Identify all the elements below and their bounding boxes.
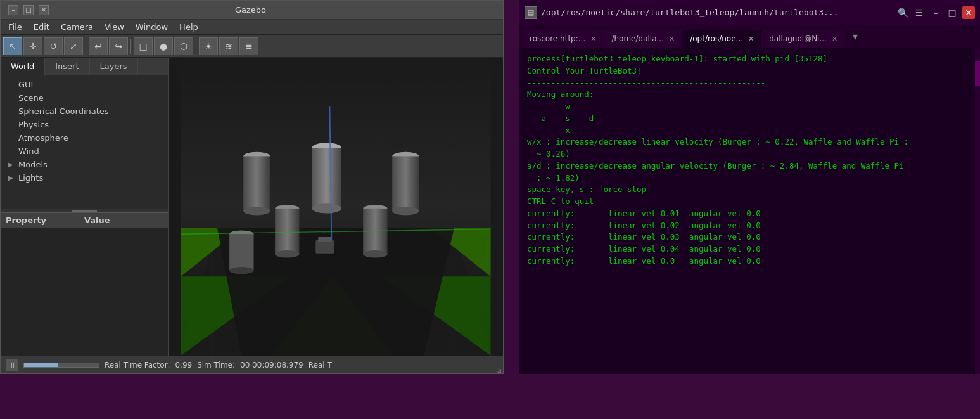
panel-tabs: World Insert Layers [1,58,168,75]
terminal-line-21: currently: linear vel 0.04 angular vel 0… [527,243,972,255]
menu-edit[interactable]: Edit [29,21,54,33]
tab-layers[interactable]: Layers [90,58,138,75]
terminal-line-9: w/x : increase/decrease linear velocity … [527,136,972,148]
lights-label: Lights [18,173,43,183]
redo-button[interactable]: ↪ [109,37,128,55]
terminal-line-4: Moving around: [527,89,972,101]
tree-item-models[interactable]: ▶ Models [1,158,168,171]
terminal-line-5: w [527,101,972,113]
tree-item-physics[interactable]: Physics [1,118,168,131]
tab-world[interactable]: World [1,58,45,75]
box-insert-button[interactable]: □ [134,37,153,55]
progress-bar [23,363,99,368]
sim-time-label: Sim Time: [197,361,235,370]
toolbar-separator-1 [86,39,86,54]
tree-item-lights[interactable]: ▶ Lights [1,171,168,184]
terminal-window: ▤ /opt/ros/noetic/share/turtlebot3_teleo… [519,0,980,374]
tree-item-spherical-coords[interactable]: Spherical Coordinates [1,105,168,118]
scale-tool-button[interactable]: ⤢ [64,37,83,55]
svg-rect-24 [275,209,299,254]
minimize-button[interactable]: – [8,5,18,15]
terminal-icon: ▤ [525,6,537,19]
svg-rect-15 [243,156,270,210]
terminal-icon-glyph: ▤ [528,8,534,16]
svg-point-19 [312,203,341,213]
scrollbar-thumb[interactable] [975,61,980,86]
terminal-minimize-button[interactable]: – [929,6,942,19]
tree-item-gui[interactable]: GUI [1,78,168,91]
tab-roscore-close[interactable]: ✕ [590,35,596,43]
real-t-label: Real T [309,361,332,370]
panel-tree: GUI Scene Spherical Coordinates Physics … [1,75,168,209]
tab-roscore[interactable]: roscore http:... ✕ [522,30,604,48]
gazebo-content: World Insert Layers GUI Scene Spherical … [1,58,503,356]
tree-item-atmosphere[interactable]: Atmosphere [1,131,168,145]
property-content [1,228,168,356]
translate-tool-button[interactable]: ✛ [23,37,42,55]
maximize-button[interactable]: □ [23,5,34,15]
toolbar-separator-2 [130,39,131,54]
tab-home[interactable]: /home/dalla... ✕ [604,30,682,48]
menu-help[interactable]: Help [174,21,203,33]
rotate-tool-button[interactable]: ↺ [44,37,63,55]
svg-rect-21 [392,156,419,210]
terminal-line-11: a/d : increase/decrease angular velocity… [527,160,972,172]
tab-opt-ros[interactable]: /opt/ros/noe... ✕ [682,30,761,48]
terminal-line-16: CTRL-C to quit [527,196,972,208]
overlay-button[interactable]: ≡ [239,37,258,55]
svg-point-22 [392,207,419,215]
viewport[interactable] [169,58,503,356]
gazebo-menubar: File Edit Camera View Window Help [1,20,503,35]
terminal-line-10: ~ 0.26) [527,148,972,160]
resize-handle[interactable]: ⊿ [497,367,503,373]
gazebo-window: – □ ✕ Gazebo File Edit Camera View Windo… [0,0,504,374]
toolbar-separator-3 [196,39,196,54]
menu-window[interactable]: Window [130,21,173,33]
select-tool-button[interactable]: ↖ [3,37,22,55]
terminal-maximize-button[interactable]: □ [946,6,958,19]
real-time-factor-value: 0.99 [175,361,192,370]
tab-home-close[interactable]: ✕ [669,35,675,43]
cylinder-insert-button[interactable]: ⬡ [174,37,193,55]
tab-insert[interactable]: Insert [45,58,89,75]
svg-rect-33 [318,237,331,242]
terminal-line-6: a s d [527,113,972,125]
menu-camera[interactable]: Camera [56,21,98,33]
tab-opt-ros-label: /opt/ros/noe... [690,34,743,43]
terminal-line-18: currently: linear vel 0.01 angular vel 0… [527,208,972,220]
gui-label: GUI [18,80,33,89]
terminal-body[interactable]: process[turtlebot3_teleop_keyboard-1]: s… [519,48,980,374]
gazebo-toolbar: ↖ ✛ ↺ ⤢ ↩ ↪ □ ● ⬡ ☀ ≋ ≡ [1,35,503,58]
terminal-line-14: space key, s : force stop [527,184,972,196]
terminal-menu-button[interactable]: ☰ [913,6,926,19]
tree-item-wind[interactable]: Wind [1,145,168,158]
tab-opt-ros-close[interactable]: ✕ [748,35,754,43]
terminal-search-button[interactable]: 🔍 [896,6,909,19]
add-tab-button[interactable]: ▾ [848,29,863,44]
tab-dallagnol-close[interactable]: ✕ [832,35,837,43]
svg-rect-32 [315,240,334,254]
terminal-line-12: : ~ 1.82) [527,172,972,184]
value-col-label: Value [84,216,163,225]
scrollbar-track[interactable] [975,48,980,374]
terminal-line-20: currently: linear vel 0.03 angular vel 0… [527,231,972,243]
lighting-button[interactable]: ☀ [199,37,218,55]
undo-button[interactable]: ↩ [89,37,108,55]
svg-rect-18 [312,148,341,209]
menu-file[interactable]: File [3,21,27,33]
terminal-line-3: ----------------------------------------… [527,77,972,89]
models-arrow: ▶ [8,161,16,168]
pause-button[interactable]: ⏸ [6,359,18,371]
wireframe-button[interactable]: ≋ [219,37,238,55]
terminal-line-19: currently: linear vel 0.02 angular vel 0… [527,220,972,232]
wind-label: Wind [18,146,39,156]
tab-roscore-label: roscore http:... [530,34,585,43]
svg-rect-30 [229,234,253,271]
menu-view[interactable]: View [99,21,129,33]
terminal-line-2: Control Your TurtleBot3! [527,65,972,77]
tab-dallagnol[interactable]: dallagnol@Ni... ✕ [761,30,845,48]
sphere-insert-button[interactable]: ● [154,37,173,55]
close-button[interactable]: ✕ [39,5,49,15]
tree-item-scene[interactable]: Scene [1,91,168,105]
terminal-close-button[interactable]: ✕ [962,6,975,19]
